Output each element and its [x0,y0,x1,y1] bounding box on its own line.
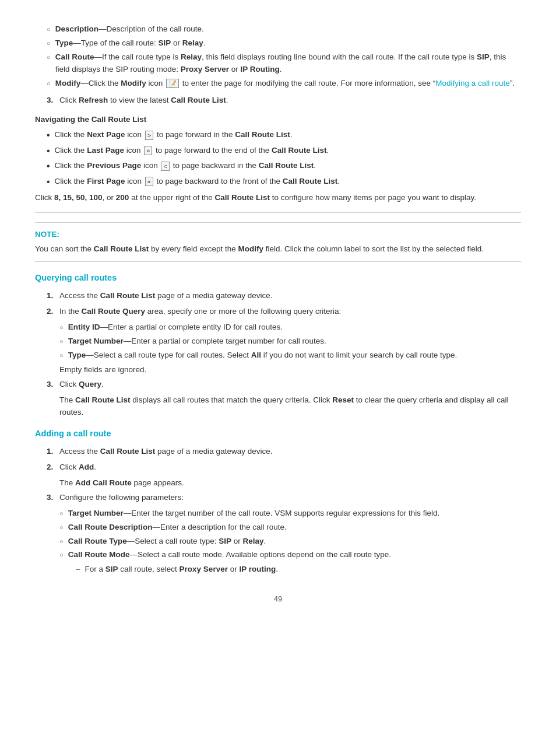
item-label: Type—Type of the call route: SIP or Rela… [55,37,206,50]
dash-item-sip: For a SIP call route, select Proxy Serve… [76,564,521,576]
item-label: Call Route Type—Select a call route type… [68,536,266,548]
nav-paragraph: Click 8, 15, 50, 100, or 200 at the uppe… [35,192,521,204]
adding-circle-list: Target Number—Enter the target number of… [59,508,521,562]
prev-page-icon: < [161,162,169,171]
note-label: NOTE: [35,229,521,241]
adding-step-2-sub: The Add Call Route page appears. [59,477,521,489]
step-content: Click Query. [59,379,521,391]
step-number: 3. [47,94,59,107]
adding-step-1: 1. Access the Call Route List page of a … [47,446,521,458]
note-text: You can sort the Call Route List by ever… [35,243,521,256]
step-number: 3. [47,492,59,504]
step-content: Access the Call Route List page of a med… [59,290,521,302]
nav-item-text: Click the First Page icon « to page back… [55,176,340,188]
step-number: 1. [47,290,59,302]
item-label: Modify—Click the Modify icon 📝 to enter … [55,78,515,90]
nav-item-last-page: Click the Last Page icon » to page forwa… [47,145,521,158]
step-3-refresh: 3. Click Refresh to view the latest Call… [47,94,521,107]
querying-section-heading: Querying call routes [35,271,521,284]
step-content: In the Call Route Query area, specify on… [59,306,521,318]
step-number: 2. [47,306,59,318]
item-label: Entity ID—Enter a partial or complete en… [68,321,283,334]
note-box: NOTE: You can sort the Call Route List b… [35,222,521,262]
querying-step-1: 1. Access the Call Route List page of a … [47,290,521,302]
nav-item-text: Click the Last Page icon » to page forwa… [55,145,329,157]
item-label: Description—Description of the call rout… [55,23,204,36]
first-page-icon: « [145,177,153,186]
item-label: Target Number—Enter a partial or complet… [68,335,326,348]
nav-item-text: Click the Previous Page icon < to page b… [55,160,316,172]
query-item-entity-id: Entity ID—Enter a partial or complete en… [59,321,521,334]
item-label: Target Number—Enter the target number of… [68,508,440,520]
step-content: Click Refresh to view the latest Call Ro… [59,94,521,107]
empty-fields-text: Empty fields are ignored. [59,364,521,376]
list-item-type: Type—Type of the call route: SIP or Rela… [47,37,521,50]
item-label: Type—Select a call route type for call r… [68,349,458,362]
modify-icon: 📝 [166,79,179,88]
add-item-target-number: Target Number—Enter the target number of… [59,508,521,520]
step-content: Access the Call Route List page of a med… [59,446,521,458]
nav-item-prev-page: Click the Previous Page icon < to page b… [47,160,521,173]
list-item-call-route: Call Route—If the call route type is Rel… [47,51,521,76]
next-page-icon: > [145,131,153,140]
nav-item-next-page: Click the Next Page icon > to page forwa… [47,129,521,142]
querying-step-3-sub: The Call Route List displays all call ro… [59,394,521,419]
navigating-heading: Navigating the Call Route List [35,114,521,126]
adding-step-3: 3. Configure the following parameters: [47,492,521,504]
add-item-call-route-type: Call Route Type—Select a call route type… [59,536,521,548]
add-item-call-route-mode: Call Route Mode—Select a call route mode… [59,549,521,561]
page-number: 49 [35,593,521,605]
top-circle-list: Description—Description of the call rout… [47,23,521,90]
query-item-type: Type—Select a call route type for call r… [59,349,521,362]
list-item-modify: Modify—Click the Modify icon 📝 to enter … [47,78,521,90]
querying-step-2: 2. In the Call Route Query area, specify… [47,306,521,318]
adding-step-2: 2. Click Add. [47,461,521,474]
nav-item-first-page: Click the First Page icon « to page back… [47,176,521,188]
modifying-link[interactable]: Modifying a call route [435,79,510,88]
querying-circle-list: Entity ID—Enter a partial or complete en… [59,321,521,362]
step-number: 1. [47,446,59,458]
step-number: 2. [47,461,59,474]
list-item-description: Description—Description of the call rout… [47,23,521,36]
item-label: Call Route Description—Enter a descripti… [68,522,287,534]
step-content: Configure the following parameters: [59,492,521,504]
last-page-icon: » [144,146,152,155]
querying-step-3: 3. Click Query. [47,379,521,391]
step-number: 3. [47,379,59,391]
query-item-target-number: Target Number—Enter a partial or complet… [59,335,521,348]
step-content: Click Add. [59,461,521,474]
item-label: Call Route—If the call route type is Rel… [55,51,521,76]
add-item-call-route-desc: Call Route Description—Enter a descripti… [59,522,521,534]
adding-section-heading: Adding a call route [35,427,521,440]
nav-item-text: Click the Next Page icon > to page forwa… [55,129,293,141]
divider-1 [35,212,521,213]
item-label: Call Route Mode—Select a call route mode… [68,549,391,561]
item-label: For a SIP call route, select Proxy Serve… [85,564,278,576]
nav-bullet-list: Click the Next Page icon > to page forwa… [47,129,521,188]
adding-dash-list: For a SIP call route, select Proxy Serve… [76,564,521,576]
